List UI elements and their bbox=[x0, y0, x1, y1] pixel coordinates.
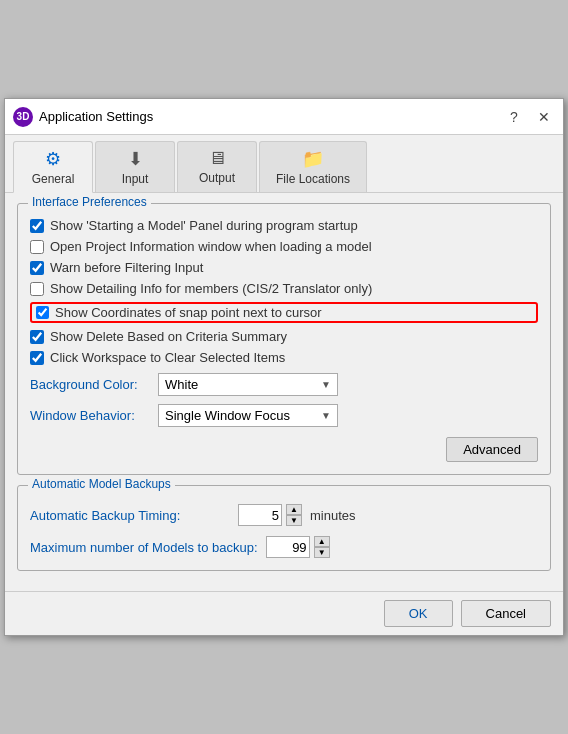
bg-color-label: Background Color: bbox=[30, 377, 150, 392]
tab-output-label: Output bbox=[199, 171, 235, 185]
backup-max-down[interactable]: ▼ bbox=[314, 547, 330, 558]
checkbox-show-coords-label: Show Coordinates of snap point next to c… bbox=[55, 305, 322, 320]
checkbox-show-delete[interactable] bbox=[30, 330, 44, 344]
title-bar: 3D Application Settings ? ✕ bbox=[5, 99, 563, 135]
checkbox-startup-label: Show 'Starting a Model' Panel during pro… bbox=[50, 218, 358, 233]
app-icon: 3D bbox=[13, 107, 33, 127]
checkbox-row-show-delete: Show Delete Based on Criteria Summary bbox=[30, 329, 538, 344]
tab-input[interactable]: ⬇ Input bbox=[95, 141, 175, 192]
title-bar-left: 3D Application Settings bbox=[13, 107, 153, 127]
interface-preferences-group: Interface Preferences Show 'Starting a M… bbox=[17, 203, 551, 475]
backup-timing-label: Automatic Backup Timing: bbox=[30, 508, 230, 523]
checkbox-show-coords[interactable] bbox=[36, 306, 49, 319]
tab-file-locations[interactable]: 📁 File Locations bbox=[259, 141, 367, 192]
title-bar-right: ? ✕ bbox=[503, 106, 555, 128]
bg-color-dropdown[interactable]: White ▼ bbox=[158, 373, 338, 396]
window-behavior-value: Single Window Focus bbox=[165, 408, 290, 423]
backup-timing-unit: minutes bbox=[310, 508, 356, 523]
tab-bar: ⚙ General ⬇ Input 🖥 Output 📁 File Locati… bbox=[5, 135, 563, 193]
backup-max-up[interactable]: ▲ bbox=[314, 536, 330, 547]
checkbox-click-workspace-label: Click Workspace to Clear Selected Items bbox=[50, 350, 285, 365]
checkbox-row-warn-filter: Warn before Filtering Input bbox=[30, 260, 538, 275]
tab-output[interactable]: 🖥 Output bbox=[177, 141, 257, 192]
auto-backup-title: Automatic Model Backups bbox=[28, 477, 175, 491]
help-button[interactable]: ? bbox=[503, 106, 525, 128]
checkbox-show-detail-label: Show Detailing Info for members (CIS/2 T… bbox=[50, 281, 372, 296]
input-icon: ⬇ bbox=[128, 148, 143, 170]
tab-input-label: Input bbox=[122, 172, 149, 186]
advanced-btn-row: Advanced bbox=[30, 437, 538, 462]
backup-max-spinner: ▲ ▼ bbox=[266, 536, 330, 558]
window-behavior-dropdown[interactable]: Single Window Focus ▼ bbox=[158, 404, 338, 427]
backup-timing-row: Automatic Backup Timing: ▲ ▼ minutes bbox=[30, 504, 538, 526]
cancel-button[interactable]: Cancel bbox=[461, 600, 551, 627]
bg-color-value: White bbox=[165, 377, 198, 392]
backup-timing-down[interactable]: ▼ bbox=[286, 515, 302, 526]
ok-button[interactable]: OK bbox=[384, 600, 453, 627]
file-locations-icon: 📁 bbox=[302, 148, 324, 170]
checkbox-row-open-project: Open Project Information window when loa… bbox=[30, 239, 538, 254]
checkbox-click-workspace[interactable] bbox=[30, 351, 44, 365]
checkbox-row-show-detail: Show Detailing Info for members (CIS/2 T… bbox=[30, 281, 538, 296]
checkbox-row-startup: Show 'Starting a Model' Panel during pro… bbox=[30, 218, 538, 233]
backup-timing-spinner-buttons: ▲ ▼ bbox=[286, 504, 302, 526]
checkbox-show-delete-label: Show Delete Based on Criteria Summary bbox=[50, 329, 287, 344]
bg-color-dropdown-arrow: ▼ bbox=[321, 379, 331, 390]
backup-timing-up[interactable]: ▲ bbox=[286, 504, 302, 515]
window-behavior-dropdown-arrow: ▼ bbox=[321, 410, 331, 421]
tab-general-label: General bbox=[32, 172, 75, 186]
checkbox-open-project[interactable] bbox=[30, 240, 44, 254]
auto-backup-group: Automatic Model Backups Automatic Backup… bbox=[17, 485, 551, 571]
backup-max-spinner-buttons: ▲ ▼ bbox=[314, 536, 330, 558]
checkbox-row-click-workspace: Click Workspace to Clear Selected Items bbox=[30, 350, 538, 365]
main-content: Interface Preferences Show 'Starting a M… bbox=[5, 193, 563, 591]
tab-general[interactable]: ⚙ General bbox=[13, 141, 93, 193]
footer: OK Cancel bbox=[5, 591, 563, 635]
close-button[interactable]: ✕ bbox=[533, 106, 555, 128]
backup-timing-input[interactable] bbox=[238, 504, 282, 526]
tab-file-locations-label: File Locations bbox=[276, 172, 350, 186]
window-behavior-label: Window Behavior: bbox=[30, 408, 150, 423]
backup-max-row: Maximum number of Models to backup: ▲ ▼ bbox=[30, 536, 538, 558]
general-icon: ⚙ bbox=[45, 148, 61, 170]
advanced-button[interactable]: Advanced bbox=[446, 437, 538, 462]
backup-timing-spinner: ▲ ▼ bbox=[238, 504, 302, 526]
backup-max-input[interactable] bbox=[266, 536, 310, 558]
backup-max-label: Maximum number of Models to backup: bbox=[30, 540, 258, 555]
bg-color-row: Background Color: White ▼ bbox=[30, 373, 538, 396]
highlighted-row-coords: Show Coordinates of snap point next to c… bbox=[30, 302, 538, 323]
checkbox-startup[interactable] bbox=[30, 219, 44, 233]
interface-preferences-title: Interface Preferences bbox=[28, 195, 151, 209]
checkbox-warn-filter[interactable] bbox=[30, 261, 44, 275]
application-settings-window: 3D Application Settings ? ✕ ⚙ General ⬇ … bbox=[4, 98, 564, 636]
checkbox-show-detail[interactable] bbox=[30, 282, 44, 296]
window-title: Application Settings bbox=[39, 109, 153, 124]
checkbox-warn-filter-label: Warn before Filtering Input bbox=[50, 260, 203, 275]
window-behavior-row: Window Behavior: Single Window Focus ▼ bbox=[30, 404, 538, 427]
output-icon: 🖥 bbox=[208, 148, 226, 169]
checkbox-open-project-label: Open Project Information window when loa… bbox=[50, 239, 372, 254]
